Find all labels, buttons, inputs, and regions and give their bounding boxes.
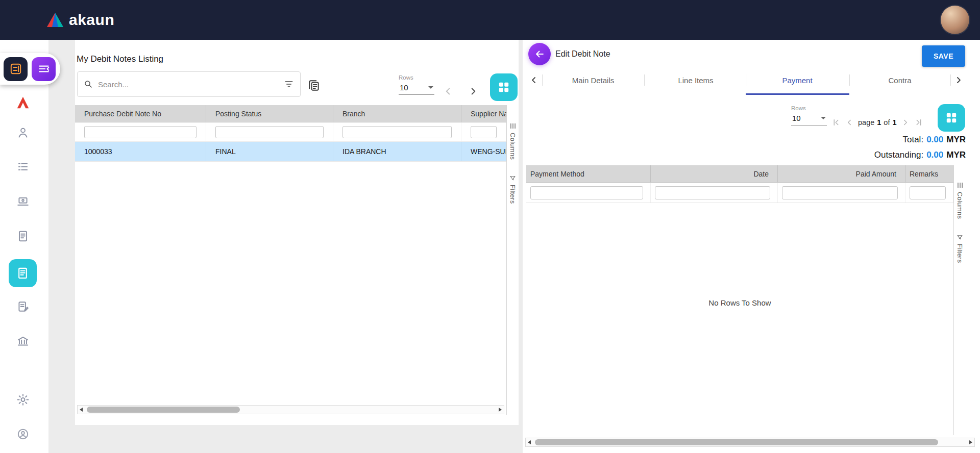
- document-edit-icon: [16, 300, 30, 313]
- funnel-icon: [957, 234, 963, 241]
- cell-supplier-name: WENG-SUP: [461, 142, 506, 161]
- chevron-down-icon: [428, 86, 433, 89]
- next-page-button[interactable]: [901, 118, 910, 127]
- scrollbar-thumb[interactable]: [535, 439, 938, 445]
- page-indicator: page1of1: [858, 118, 897, 127]
- sidebar-item-contacts[interactable]: [16, 126, 30, 139]
- column-header-payment-method[interactable]: Payment Method: [526, 165, 651, 182]
- column-header-purchase-debit-note-no[interactable]: Purchase Debit Note No: [75, 105, 206, 122]
- filters-tab-label: Filters: [509, 185, 517, 204]
- filter-input-supplier-name[interactable]: [471, 126, 497, 138]
- filters-tool-tab[interactable]: Filters: [956, 234, 964, 263]
- columns-tool-tab[interactable]: Columns: [509, 122, 517, 160]
- last-page-button[interactable]: [914, 118, 923, 127]
- rows-select[interactable]: 10: [791, 114, 827, 125]
- tabs-scroll-left-icon[interactable]: [529, 75, 539, 85]
- sidebar-item-account[interactable]: [16, 427, 30, 441]
- next-page-button[interactable]: [468, 86, 479, 97]
- logo-triangle-icon: [46, 12, 64, 28]
- filters-tool-tab[interactable]: Filters: [509, 175, 517, 204]
- tab-contra[interactable]: Contra: [888, 76, 911, 85]
- table-header-row: Purchase Debit Note No Posting Status Br…: [75, 105, 506, 122]
- cell-debit-note-no: 1000033: [75, 142, 206, 161]
- user-avatar[interactable]: [941, 6, 969, 34]
- first-page-button[interactable]: [831, 118, 841, 127]
- column-header-date[interactable]: Date: [651, 165, 778, 182]
- pagination: page1of1: [831, 116, 923, 129]
- cell-posting-status: FINAL: [206, 142, 333, 161]
- previous-page-button[interactable]: [443, 86, 454, 97]
- tab-line-items[interactable]: Line Items: [678, 76, 713, 85]
- filters-tab-label: Filters: [956, 244, 964, 263]
- dollar-ledger-icon: [9, 62, 22, 76]
- filter-input-date[interactable]: [655, 186, 770, 199]
- sidebar-item-ledger[interactable]: [16, 160, 30, 173]
- app-logo[interactable]: akaun: [46, 11, 114, 29]
- tab-main-details[interactable]: Main Details: [572, 76, 615, 85]
- column-header-remarks[interactable]: Remarks: [905, 165, 953, 182]
- filter-input-branch[interactable]: [342, 126, 452, 138]
- sidebar-item-debit-notes-active[interactable]: [9, 259, 37, 287]
- rows-select[interactable]: 10: [399, 83, 434, 95]
- invoice-icon: [16, 266, 30, 280]
- save-button[interactable]: SAVE: [922, 45, 965, 67]
- back-arrow-icon: [534, 48, 545, 60]
- scroll-right-arrow[interactable]: [497, 406, 504, 414]
- tabs-scroll-right-icon[interactable]: [953, 75, 964, 85]
- filter-input-paid-amount[interactable]: [782, 186, 898, 199]
- horizontal-scrollbar[interactable]: [525, 438, 975, 447]
- column-header-paid-amount[interactable]: Paid Amount: [778, 165, 905, 182]
- scrollbar-thumb[interactable]: [87, 407, 240, 413]
- sidebar-item-listing[interactable]: [16, 230, 30, 243]
- column-header-supplier-name[interactable]: Supplier Na: [461, 105, 506, 122]
- debit-notes-table: Purchase Debit Note No Posting Status Br…: [75, 105, 506, 162]
- gear-icon: [16, 393, 30, 407]
- back-button[interactable]: [528, 43, 551, 65]
- account-icon: [16, 427, 30, 441]
- ledger-shortcut-button[interactable]: [4, 57, 28, 81]
- columns-icon: [957, 182, 964, 189]
- column-header-posting-status[interactable]: Posting Status: [206, 105, 333, 122]
- column-header-branch[interactable]: Branch: [333, 105, 461, 122]
- rows-label: Rows: [791, 105, 827, 111]
- rows-selected-value: 10: [400, 83, 408, 92]
- sidebar-item-settings[interactable]: [16, 393, 30, 407]
- search-icon: [84, 80, 93, 89]
- copy-listing-button[interactable]: [307, 79, 321, 92]
- outstanding-currency: MYR: [946, 150, 966, 160]
- previous-page-button[interactable]: [845, 118, 854, 127]
- sidebar-item-bank[interactable]: [16, 335, 30, 348]
- scroll-left-arrow[interactable]: [526, 438, 533, 446]
- empty-table-message: No Rows To Show: [526, 298, 953, 307]
- filter-list-icon[interactable]: [284, 79, 294, 89]
- filter-input-purchase-debit-note-no[interactable]: [84, 126, 197, 138]
- tab-payment[interactable]: Payment: [782, 76, 812, 85]
- search-input[interactable]: [98, 80, 279, 89]
- table-row-selected[interactable]: 1000033 FINAL IDA BRANCH WENG-SUP: [75, 142, 506, 162]
- listing-title: My Debit Notes Listing: [77, 54, 163, 64]
- total-currency: MYR: [946, 135, 966, 145]
- rows-label: Rows: [399, 74, 434, 81]
- horizontal-scrollbar[interactable]: [77, 405, 504, 414]
- filter-input-payment-method[interactable]: [530, 186, 643, 199]
- sidebar-item-documents[interactable]: [16, 300, 30, 313]
- detail-tabs: Main Details Line Items Payment Contra: [523, 65, 980, 95]
- grid-view-button[interactable]: [938, 104, 965, 132]
- columns-tab-label: Columns: [509, 133, 517, 160]
- columns-tab-label: Columns: [956, 192, 964, 219]
- grid-side-bar: Columns Filters: [506, 105, 519, 415]
- grid-view-button[interactable]: [490, 73, 518, 101]
- columns-tool-tab[interactable]: Columns: [956, 182, 964, 219]
- rows-per-page-control: Rows 10: [791, 105, 827, 125]
- bank-icon: [16, 335, 30, 348]
- scroll-left-arrow[interactable]: [78, 406, 85, 414]
- filter-input-posting-status[interactable]: [215, 126, 324, 138]
- menu-toggle-button[interactable]: [32, 57, 56, 81]
- sidebar-item-pos[interactable]: [16, 195, 30, 208]
- sidebar-quick-pill: [0, 53, 60, 85]
- person-icon: [16, 126, 30, 139]
- red-logo-icon: [15, 95, 31, 110]
- filter-input-remarks[interactable]: [910, 186, 946, 199]
- scroll-right-arrow[interactable]: [967, 438, 974, 446]
- sidebar-item-red-app[interactable]: [15, 95, 31, 110]
